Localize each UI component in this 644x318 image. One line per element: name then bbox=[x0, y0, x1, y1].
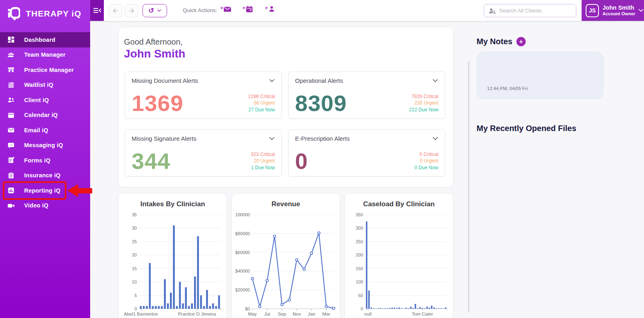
alert-card-title: Operational Alerts bbox=[295, 77, 343, 84]
alert-card-title: Missing Document Alerts bbox=[132, 77, 198, 84]
brand-name: THERAPY iQ bbox=[26, 9, 81, 18]
overview-card: Good Afternoon, John Smith Missing Docum… bbox=[119, 27, 453, 187]
svg-text:Jul: Jul bbox=[264, 312, 270, 316]
history-dropdown-button[interactable]: ↺ bbox=[142, 4, 167, 17]
team-icon bbox=[7, 51, 15, 59]
svg-text:150: 150 bbox=[356, 266, 363, 271]
svg-text:300: 300 bbox=[356, 226, 363, 230]
chevron-down-icon[interactable] bbox=[432, 137, 438, 140]
sidebar-item-label: Forms iQ bbox=[24, 157, 50, 164]
search-input[interactable] bbox=[499, 8, 568, 14]
chevron-down-icon bbox=[157, 9, 161, 12]
sidebar-item-client-iq[interactable]: Client iQ bbox=[0, 92, 90, 108]
svg-text:20: 20 bbox=[132, 252, 137, 257]
search-clients-field[interactable] bbox=[484, 4, 576, 17]
sidebar-item-label: Reporting iQ bbox=[24, 187, 60, 194]
alert-stat-line: 323 Critical bbox=[251, 151, 275, 158]
quick-actions-label: Quick Actions: bbox=[183, 7, 217, 13]
alert-stat-line: 1286 Critical bbox=[248, 93, 275, 100]
quick-action-new-email-button[interactable]: + bbox=[220, 6, 231, 12]
chat-icon bbox=[7, 142, 15, 149]
svg-text:250: 250 bbox=[356, 239, 363, 244]
quick-action-new-client-button[interactable]: + bbox=[265, 6, 275, 12]
user-menu[interactable]: JS John Smith Account Owner bbox=[582, 0, 644, 21]
arrow-left-icon bbox=[112, 7, 119, 14]
main-content: Good Afternoon, John Smith Missing Docum… bbox=[90, 21, 644, 318]
chevron-down-icon[interactable] bbox=[269, 137, 275, 140]
form-plus-icon bbox=[7, 156, 15, 164]
chart-plot-bar: 050100150200250300350nullTom Cater bbox=[349, 211, 449, 318]
sidebar-item-dashboard[interactable]: Dashboard bbox=[0, 32, 90, 47]
chevron-down-icon[interactable] bbox=[269, 79, 275, 82]
alert-count: 8309 bbox=[295, 94, 347, 113]
svg-text:$80000: $80000 bbox=[235, 231, 250, 236]
person-icon bbox=[268, 6, 275, 12]
sidebar-item-label: Messaging iQ bbox=[24, 142, 63, 148]
alert-card-title: Missing Signature Alerts bbox=[132, 135, 196, 142]
alert-stat-line: 56 Urgent bbox=[248, 100, 275, 107]
sidebar-item-calendar-iq[interactable]: Calendar iQ bbox=[0, 108, 90, 123]
sidebar-item-label: Dashboard bbox=[24, 37, 56, 43]
chart-plot-line: $0$20000$40000$60000$80000100000MayJulSe… bbox=[235, 211, 336, 318]
alert-stats: 1286 Critical56 Urgent27 Due Now bbox=[248, 93, 275, 113]
plus-icon: + bbox=[265, 5, 268, 11]
alert-card-operational-alerts: Operational Alerts83097826 Critical235 U… bbox=[288, 72, 445, 119]
svg-text:15: 15 bbox=[132, 266, 137, 271]
envelope-icon bbox=[224, 6, 231, 12]
greeting: Good Afternoon, John Smith bbox=[119, 27, 453, 60]
alerts-grid: Missing Document Alerts13691286 Critical… bbox=[125, 72, 447, 176]
avatar: JS bbox=[586, 4, 599, 17]
recent-files-title: My Recently Opened Files bbox=[477, 124, 576, 133]
add-note-button[interactable]: + bbox=[516, 37, 526, 46]
svg-text:Practice O Jimena: Practice O Jimena bbox=[178, 312, 216, 316]
svg-text:100000: 100000 bbox=[235, 212, 250, 217]
sidebar-item-reporting-iq[interactable]: Reporting iQ bbox=[0, 183, 90, 198]
dashboard-icon bbox=[7, 36, 15, 43]
sidebar-item-label: Practice Manager bbox=[24, 67, 74, 73]
brand-logo[interactable]: THERAPY iQ bbox=[0, 0, 90, 27]
alert-stat-line: 0 Critical bbox=[415, 151, 438, 158]
chart-title: Revenue bbox=[232, 200, 340, 208]
sidebar-item-insurance-iq[interactable]: Insurance iQ bbox=[0, 168, 90, 183]
sidebar-item-email-iq[interactable]: Email iQ bbox=[0, 123, 90, 138]
quick-action-new-appointment-button[interactable]: + bbox=[242, 6, 253, 12]
sidebar-item-label: Video iQ bbox=[24, 202, 48, 209]
svg-text:Sep: Sep bbox=[278, 312, 286, 316]
chevron-down-icon[interactable] bbox=[432, 79, 438, 82]
alert-stat-line: 0 Urgent bbox=[415, 158, 438, 164]
svg-text:200: 200 bbox=[356, 252, 363, 257]
chart-title: Intakes By Clinician bbox=[119, 200, 227, 208]
sidebar-item-forms-iq[interactable]: Forms iQ bbox=[0, 153, 90, 168]
alert-card-missing-document-alerts: Missing Document Alerts13691286 Critical… bbox=[125, 72, 282, 119]
back-button[interactable] bbox=[109, 4, 122, 17]
note-card[interactable]: 12:44 PM, 04/05 Fri bbox=[477, 51, 604, 99]
sidebar-item-video-iq[interactable]: Video iQ bbox=[0, 198, 90, 213]
sidebar-item-team-manager[interactable]: Team Manager bbox=[0, 47, 90, 63]
sidebar-item-messaging-iq[interactable]: Messaging iQ bbox=[0, 138, 90, 153]
svg-text:Abel1 Barrientos: Abel1 Barrientos bbox=[124, 312, 158, 316]
calendar-icon bbox=[7, 111, 15, 119]
alert-stats: 323 Critical20 Urgent1 Due Now bbox=[251, 151, 275, 171]
sidebar-item-practice-manager[interactable]: Practice Manager bbox=[0, 62, 90, 78]
clients-icon bbox=[7, 96, 15, 104]
alert-count: 1369 bbox=[132, 94, 184, 113]
alert-card-missing-signature-alerts: Missing Signature Alerts344323 Critical2… bbox=[125, 129, 282, 176]
sidebar-item-label: Client iQ bbox=[24, 97, 49, 103]
arrow-right-icon bbox=[128, 7, 135, 14]
sidebar-item-label: Email iQ bbox=[24, 127, 48, 133]
chart-plot-bar: 05101520253035Abel1 BarrientosPractice O… bbox=[122, 211, 223, 318]
forward-button[interactable] bbox=[125, 4, 138, 17]
svg-text:Mar: Mar bbox=[322, 312, 330, 316]
svg-text:0: 0 bbox=[361, 306, 363, 311]
svg-text:$40000: $40000 bbox=[235, 269, 250, 273]
sidebar-collapse-button[interactable] bbox=[90, 0, 104, 21]
alert-stat-line: 27 Due Now bbox=[248, 107, 275, 113]
notes-title: My Notes bbox=[477, 37, 512, 46]
vertical-scrollbar[interactable] bbox=[468, 61, 469, 312]
chart-card-intakes-by-clinician: Intakes By Clinician05101520253035Abel1 … bbox=[119, 194, 227, 318]
sidebar-item-waitlist-iq[interactable]: Waitlist iQ bbox=[0, 78, 90, 93]
svg-text:Jan: Jan bbox=[308, 312, 316, 316]
alert-stats: 7826 Critical235 Urgent222 Due Now bbox=[409, 93, 438, 113]
user-role: Account Owner bbox=[603, 11, 635, 16]
history-icon: ↺ bbox=[148, 7, 154, 14]
